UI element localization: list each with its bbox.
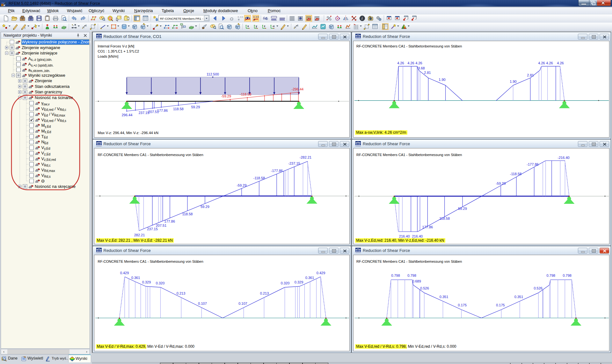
svg-text:0.320: 0.320 <box>280 281 289 285</box>
svg-text:VRd,s: VRd,s <box>41 173 51 178</box>
svg-text:γsw,v: γsw,v <box>41 101 50 106</box>
svg-text:0.213: 0.213 <box>176 291 185 295</box>
svg-text:Zbrojenie istniejące: Zbrojenie istniejące <box>22 51 57 55</box>
svg-text:0.213: 0.213 <box>260 291 269 295</box>
svg-text:Nośność na skręcanie: Nośność na skręcanie <box>35 184 76 189</box>
svg-text:RF-CONCRETE Members CA1 - Stah: RF-CONCRETE Members CA1 - Stahlbetonbeme… <box>356 153 462 157</box>
svg-text:VRd,max: VRd,max <box>41 168 55 173</box>
svg-text:0.320: 0.320 <box>156 281 164 285</box>
svg-text:Internal Forces V-z [kN]: Internal Forces V-z [kN] <box>98 44 134 48</box>
svg-text:Stan graniczny: Stan graniczny <box>35 89 62 94</box>
svg-text:xx: xx <box>84 24 87 27</box>
svg-text:4.26: 4.26 <box>538 61 545 65</box>
svg-text:4.26: 4.26 <box>415 61 422 65</box>
svg-text:As,-z (góra),istn.: As,-z (góra),istn. <box>28 56 52 62</box>
svg-text:RF-CONCRETE Members CA1 - Stah: RF-CONCRETE Members CA1 - Stahlbetonbeme… <box>98 153 203 157</box>
svg-text:RF-CONCRETE Members CA1 - Stah: RF-CONCRETE Members CA1 - Stahlbetonbeme… <box>98 260 203 263</box>
svg-text:59.29: 59.29 <box>458 207 467 211</box>
svg-text:Vy,Ed: Vy,Ed <box>41 145 50 151</box>
svg-text:0.107: 0.107 <box>198 302 207 305</box>
svg-text:0.526: 0.526 <box>534 286 543 290</box>
svg-text:1.90: 1.90 <box>510 79 516 83</box>
svg-text:237.15: 237.15 <box>147 227 158 231</box>
svg-text:-296.44: -296.44 <box>291 87 303 91</box>
svg-text:0.429: 0.429 <box>316 271 325 275</box>
svg-text:4.26: 4.26 <box>557 61 564 65</box>
svg-text:-59.29: -59.29 <box>237 183 246 187</box>
svg-text:3.68: 3.68 <box>418 66 425 70</box>
svg-text:0.798: 0.798 <box>391 274 400 277</box>
svg-text:0.798: 0.798 <box>563 274 572 277</box>
svg-text:Max V-z: 296.44, Min V-z: -296: Max V-z: 296.44, Min V-z: -296.44 kN <box>98 131 158 134</box>
svg-text:5: 5 <box>2 3 3 6</box>
svg-text:0.361: 0.361 <box>305 276 314 280</box>
svg-text:0.798: 0.798 <box>546 274 555 277</box>
svg-text:118.58: 118.58 <box>439 217 450 220</box>
svg-text:-x: -x <box>272 25 275 28</box>
svg-text:207.51: 207.51 <box>156 224 166 227</box>
svg-text:4.26: 4.26 <box>407 61 414 65</box>
svg-text:-118.58: -118.58 <box>253 176 265 180</box>
svg-text:z: z <box>264 25 265 28</box>
svg-text:0.526: 0.526 <box>420 286 429 290</box>
svg-text:118.58: 118.58 <box>182 212 193 216</box>
svg-text:296.44: 296.44 <box>121 113 132 117</box>
svg-text:4.26: 4.26 <box>546 61 553 65</box>
svg-text:6d: 6d <box>263 16 267 20</box>
svg-text:118.58: 118.58 <box>173 107 184 111</box>
svg-text:Mz,Ed: Mz,Ed <box>41 129 51 134</box>
svg-text:4.26: 4.26 <box>397 61 404 65</box>
svg-text:0.351: 0.351 <box>440 295 448 299</box>
svg-text:282.21: 282.21 <box>134 233 145 237</box>
svg-text:216.40: 216.40 <box>399 234 410 238</box>
svg-text:-216.40: -216.40 <box>557 156 569 160</box>
svg-text:-282.21: -282.21 <box>299 155 311 159</box>
svg-text:My,Ed: My,Ed <box>41 123 51 128</box>
svg-text:216.40: 216.40 <box>412 234 423 238</box>
svg-text:-118.58: -118.58 <box>510 172 522 176</box>
svg-text:Wyniki szczegółowe: Wyniki szczegółowe <box>28 73 65 78</box>
svg-text:Stan odkształcenia: Stan odkształcenia <box>35 84 70 89</box>
svg-text:xx: xx <box>296 24 298 27</box>
svg-text:NEd: NEd <box>41 139 48 145</box>
svg-text:0.351: 0.351 <box>514 295 523 299</box>
svg-text:-59.29: -59.29 <box>496 182 506 185</box>
svg-text:x: x <box>247 25 249 28</box>
svg-text:Vz,Ed,red: Vz,Ed,red <box>41 156 56 162</box>
svg-text:-177.86: -177.86 <box>527 162 538 166</box>
svg-text:-118.58: -118.58 <box>240 92 251 96</box>
svg-text:59.29: 59.29 <box>200 205 209 209</box>
svg-text:Zbrojenie wymagane: Zbrojenie wymagane <box>22 45 60 50</box>
svg-text:I: I <box>25 26 26 30</box>
svg-text:177.86: 177.86 <box>157 108 168 112</box>
svg-text:RF-CONCRETE Members CA1 - Stah: RF-CONCRETE Members CA1 - Stahlbetonbeme… <box>356 260 462 263</box>
svg-text:CO1 : 1.35*LC1 + 1.5*LC2: CO1 : 1.35*LC1 + 1.5*LC2 <box>98 49 139 53</box>
svg-text:i: i <box>362 16 363 21</box>
svg-text:-237.15: -237.15 <box>288 161 300 165</box>
svg-text:y: y <box>256 25 257 28</box>
svg-text:237.15: 237.15 <box>138 111 149 115</box>
svg-text:Wykresy pośrednie połączone -: Wykresy pośrednie połączone - Znorma <box>22 39 91 44</box>
svg-text:0.175: 0.175 <box>458 303 467 307</box>
svg-text:TEd: TEd <box>41 134 48 139</box>
svg-text:0.798: 0.798 <box>407 274 416 277</box>
svg-text:0.429: 0.429 <box>120 271 129 275</box>
svg-text:RF-CONCRETE Members CA1 - Stah: RF-CONCRETE Members CA1 - Stahlbetonbeme… <box>356 44 462 48</box>
svg-text:0.329: 0.329 <box>294 280 303 284</box>
svg-text:0.107: 0.107 <box>238 302 247 305</box>
svg-text:X.XX: X.XX <box>253 16 259 18</box>
svg-text:Vz,Ed: Vz,Ed <box>41 151 51 156</box>
svg-text:0.361: 0.361 <box>131 276 140 280</box>
svg-text:177.86: 177.86 <box>164 219 175 223</box>
svg-text:Θ: Θ <box>41 179 45 183</box>
svg-text:Zbrojenie: Zbrojenie <box>35 78 52 83</box>
svg-text:177.86: 177.86 <box>422 225 433 229</box>
svg-text:2.81: 2.81 <box>424 70 431 74</box>
svg-text:59.29: 59.29 <box>191 105 200 109</box>
svg-text:VEd,red / VRd,s: VEd,red / VRd,s <box>41 118 66 123</box>
svg-text:-59.29: -59.29 <box>221 94 231 98</box>
svg-text:As,+z (spód),istn.: As,+z (spód),istn. <box>28 62 54 67</box>
svg-text:VRd,c: VRd,c <box>41 162 51 167</box>
svg-text:112.500: 112.500 <box>207 72 219 76</box>
svg-text:0.689: 0.689 <box>412 279 421 283</box>
